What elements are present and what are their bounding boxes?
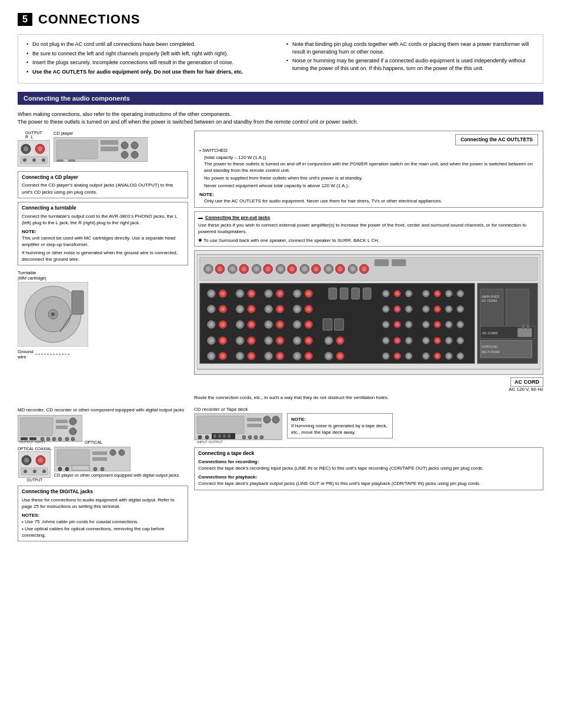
svg-point-189 (447, 338, 450, 342)
svg-point-279 (198, 436, 202, 439)
svg-point-73 (278, 291, 282, 295)
tape-note-box: NOTE: If humming noise is generated by a… (287, 413, 393, 439)
svg-point-135 (266, 323, 271, 327)
cd-player-area: OUTPUT R L (18, 131, 188, 167)
ac-outlets-box: Connecting the AC OUTLTETS • SWITCHED (t… (194, 131, 543, 208)
intro-box: Do not plug in the AC cord until all con… (18, 34, 543, 84)
md-label: MD recorder, CD recorder or other compon… (18, 407, 188, 413)
tape-note-text: If humming noise is generated by a tape … (291, 423, 389, 436)
svg-point-119 (424, 307, 428, 311)
svg-point-111 (306, 307, 310, 311)
svg-point-91 (436, 292, 439, 295)
svg-point-185 (424, 338, 428, 342)
svg-rect-27 (198, 218, 203, 219)
svg-point-37 (242, 267, 246, 271)
svg-point-129 (221, 323, 225, 327)
svg-rect-13 (121, 142, 128, 149)
ac-cord-label-box: AC CORD (510, 377, 543, 387)
page-header: 5 CONNECTIONS (18, 12, 543, 27)
svg-point-183 (407, 338, 410, 342)
svg-point-261 (42, 470, 46, 473)
svg-point-215 (396, 354, 399, 358)
svg-point-272 (101, 467, 104, 471)
svg-point-69 (249, 291, 253, 295)
svg-rect-282 (213, 434, 216, 438)
svg-rect-263 (57, 450, 89, 466)
svg-rect-239 (21, 418, 53, 436)
svg-point-289 (260, 436, 263, 439)
svg-point-268 (58, 467, 62, 471)
svg-rect-15 (121, 151, 128, 158)
svg-point-217 (407, 354, 410, 358)
left-bottom: MD recorder, CD recorder or other compon… (18, 407, 188, 541)
optical-label: OPTICAL (85, 440, 102, 444)
svg-point-209 (326, 354, 330, 358)
svg-point-219 (424, 354, 428, 358)
output-jacks-svg (18, 140, 50, 167)
svg-point-125 (459, 307, 462, 311)
ground-wire-label: Ground wire (18, 349, 88, 360)
svg-point-83 (384, 292, 388, 295)
svg-rect-10 (56, 140, 98, 159)
intro-item-3: Insert the plugs securely. Incomplete co… (26, 59, 275, 67)
cd-player-svg (54, 137, 148, 162)
svg-point-280 (205, 436, 209, 439)
svg-rect-79 (340, 288, 348, 299)
svg-point-161 (221, 338, 225, 343)
svg-point-2 (24, 147, 28, 151)
tape-note-label: NOTE: (291, 416, 389, 423)
pre-out-box: Connecting the pre-out jacks Use these j… (194, 211, 543, 247)
digital-jacks-box: Connecting the DIGITAL jacks Use these f… (18, 486, 188, 541)
svg-text:AMPLIFIED: AMPLIFIED (482, 294, 500, 298)
output-bottom-label: OUTPUT (26, 478, 42, 482)
svg-point-41 (266, 267, 271, 271)
cd-other-label: CD player or other component equipped wi… (54, 473, 188, 478)
svg-point-45 (290, 267, 295, 271)
svg-point-247 (41, 437, 44, 441)
svg-point-7 (32, 158, 36, 162)
svg-rect-81 (363, 288, 371, 299)
svg-point-121 (436, 307, 439, 311)
svg-point-87 (407, 292, 410, 295)
ac-outlets-text3: Never connect equipment whose total capa… (199, 182, 538, 189)
svg-point-43 (278, 267, 283, 271)
pre-out-star: ✱ To use Surround back with one speaker,… (198, 237, 539, 244)
cd-player-device: CD player (54, 131, 188, 163)
svg-point-149 (407, 323, 410, 326)
svg-point-113 (384, 307, 388, 311)
digital-jacks-note1: • Use 75 ./ohms cable pin cords for coax… (22, 518, 184, 525)
cd-player-box: Connecting a CD player Connect the CD pl… (18, 171, 188, 198)
svg-point-145 (384, 323, 388, 326)
svg-point-197 (238, 354, 242, 358)
svg-point-175 (326, 338, 330, 343)
optical-coaxial-svg (18, 451, 51, 478)
svg-point-95 (459, 292, 462, 295)
svg-rect-240 (56, 420, 68, 423)
svg-point-271 (94, 467, 97, 471)
svg-point-221 (436, 354, 439, 358)
svg-point-103 (249, 307, 253, 311)
digital-jacks-notes-label: NOTES: (22, 512, 184, 518)
svg-point-249 (52, 437, 56, 441)
left-column: OUTPUT R L (18, 131, 188, 403)
intro-item-6: Noise or humming may be generated if a c… (286, 57, 535, 72)
svg-point-248 (46, 437, 50, 441)
svg-rect-275 (247, 418, 262, 421)
intro-item-2: Be sure to connect the left and right ch… (26, 50, 275, 58)
svg-rect-243 (69, 428, 76, 435)
svg-point-205 (295, 354, 299, 358)
receiver-diagram: AMPLIFIED AC TERM. SURROUND MULTI ROOM A… (194, 250, 543, 375)
pre-out-text: Use these jacks if you wish to connect e… (198, 222, 539, 235)
svg-point-123 (447, 307, 450, 311)
svg-rect-246 (29, 437, 36, 440)
svg-rect-230 (480, 340, 532, 357)
svg-point-137 (278, 323, 282, 327)
svg-point-163 (238, 338, 242, 343)
svg-point-101 (238, 307, 242, 311)
svg-rect-242 (69, 418, 76, 425)
svg-rect-274 (197, 416, 244, 434)
svg-point-191 (459, 338, 462, 342)
intro-item-5: Note that binding pin plug cords togethe… (286, 41, 535, 55)
svg-point-131 (238, 323, 242, 327)
svg-point-257 (38, 458, 43, 463)
